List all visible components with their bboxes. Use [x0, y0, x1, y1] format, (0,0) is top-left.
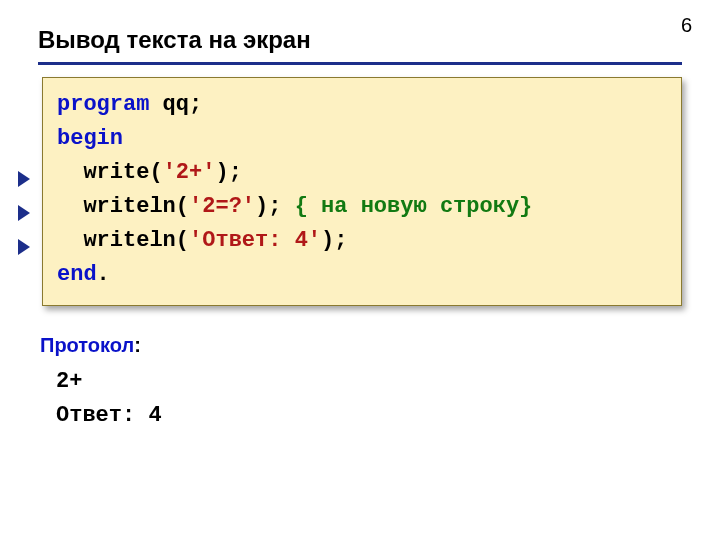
- protocol-label: Протокол:: [40, 334, 682, 357]
- slide-title: Вывод текста на экран: [38, 26, 682, 54]
- protocol-line: 2+: [56, 369, 82, 394]
- string-literal: 'Ответ: 4': [189, 228, 321, 253]
- bullet-icon: [18, 205, 30, 221]
- page-number: 6: [681, 14, 692, 37]
- code-text: (: [176, 228, 189, 253]
- code-text: );: [321, 228, 347, 253]
- protocol-colon: :: [134, 334, 141, 356]
- ln-suffix: ln: [149, 228, 175, 253]
- code-text: (: [176, 194, 189, 219]
- protocol-line: Ответ: 4: [56, 403, 162, 428]
- fn-write: write: [83, 194, 149, 219]
- code-indent: [57, 228, 83, 253]
- ln-suffix: ln: [149, 194, 175, 219]
- slide: 6 Вывод текста на экран program qq; begi…: [0, 0, 720, 540]
- title-underline: [38, 62, 682, 65]
- code-area: program qq; begin write('2+'); writeln('…: [42, 77, 682, 306]
- kw-end: end: [57, 262, 97, 287]
- code-text: );: [215, 160, 241, 185]
- code-text: (: [149, 160, 162, 185]
- code-text: );: [255, 194, 295, 219]
- bullet-icon: [18, 171, 30, 187]
- kw-program: program: [57, 92, 149, 117]
- code-text: qq: [149, 92, 189, 117]
- code-text: .: [97, 262, 110, 287]
- code-indent: [57, 194, 83, 219]
- code-box: program qq; begin write('2+'); writeln('…: [42, 77, 682, 306]
- bullet-icon: [18, 239, 30, 255]
- protocol-label-text: Протокол: [40, 334, 134, 356]
- code-text: ;: [189, 92, 202, 117]
- comment: { на новую строку}: [295, 194, 533, 219]
- protocol-output: 2+ Ответ: 4: [56, 365, 682, 433]
- string-literal: '2+': [163, 160, 216, 185]
- string-literal: '2=?': [189, 194, 255, 219]
- code-indent: [57, 160, 83, 185]
- fn-write: write: [83, 160, 149, 185]
- kw-begin: begin: [57, 126, 123, 151]
- fn-write: write: [83, 228, 149, 253]
